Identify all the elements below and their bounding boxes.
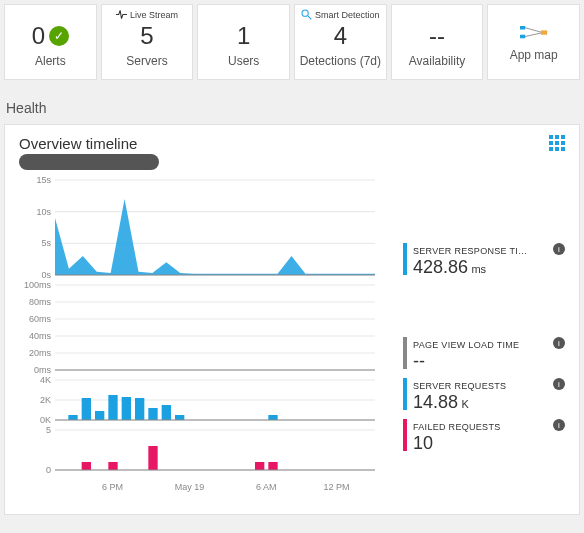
smart-top: Smart Detection: [315, 10, 380, 20]
svg-text:0: 0: [46, 465, 51, 475]
svg-rect-54: [268, 462, 277, 470]
svg-rect-51: [108, 462, 117, 470]
svg-text:6 AM: 6 AM: [256, 482, 277, 492]
redacted-subtitle: [19, 154, 159, 170]
stat-value: 428.86: [413, 257, 468, 277]
svg-rect-44: [268, 415, 277, 420]
overview-chart[interactable]: 0s5s10s15s0ms20ms40ms60ms80ms100ms0K2K4K…: [19, 176, 379, 496]
svg-text:0K: 0K: [40, 415, 51, 425]
users-value: 1: [237, 22, 250, 50]
svg-text:0s: 0s: [41, 270, 51, 280]
stat-bar: [403, 378, 407, 410]
svg-text:60ms: 60ms: [29, 314, 52, 324]
appmap-label: App map: [510, 48, 558, 62]
magnifier-icon: [301, 9, 312, 20]
stat-failed-requests[interactable]: FAILED REQUESTSi 10: [403, 419, 565, 454]
stat-label: SERVER RESPONSE TI…: [413, 246, 527, 256]
stat-bar: [403, 337, 407, 369]
svg-text:100ms: 100ms: [24, 280, 52, 290]
svg-rect-50: [82, 462, 91, 470]
svg-text:5: 5: [46, 425, 51, 435]
svg-text:May 19: May 19: [175, 482, 205, 492]
svg-text:4K: 4K: [40, 375, 51, 385]
svg-text:0ms: 0ms: [34, 365, 52, 375]
stat-label: SERVER REQUESTS: [413, 381, 506, 391]
svg-text:12 PM: 12 PM: [324, 482, 350, 492]
svg-text:5s: 5s: [41, 238, 51, 248]
info-icon[interactable]: i: [553, 337, 565, 349]
svg-point-0: [302, 10, 308, 16]
svg-rect-35: [68, 415, 77, 420]
check-icon: ✓: [49, 26, 69, 46]
svg-rect-36: [82, 398, 91, 420]
svg-rect-43: [175, 415, 184, 420]
users-label: Users: [228, 54, 259, 68]
svg-line-6: [525, 33, 541, 37]
svg-text:40ms: 40ms: [29, 331, 52, 341]
stat-response-time[interactable]: SERVER RESPONSE TI…i 428.86 ms: [403, 243, 565, 278]
svg-rect-37: [95, 411, 104, 420]
svg-rect-2: [520, 26, 525, 30]
stat-label: FAILED REQUESTS: [413, 422, 501, 432]
svg-rect-42: [162, 405, 171, 420]
stat-bar: [403, 243, 407, 275]
pulse-icon: [116, 9, 127, 20]
grid-toggle-icon[interactable]: [549, 135, 565, 151]
availability-label: Availability: [409, 54, 465, 68]
stat-bar: [403, 419, 407, 451]
appmap-icon: [520, 22, 548, 44]
overview-panel: Overview timeline 0s5s10s15s0ms20ms40ms6…: [4, 124, 580, 515]
health-title: Health: [0, 84, 584, 124]
tile-users[interactable]: 1 Users: [197, 4, 290, 80]
smart-label: Detections (7d): [300, 54, 381, 68]
livestream-top: Live Stream: [130, 10, 178, 20]
svg-text:6 PM: 6 PM: [102, 482, 123, 492]
tile-alerts[interactable]: 0 ✓ Alerts: [4, 4, 97, 80]
svg-text:2K: 2K: [40, 395, 51, 405]
tile-livestream[interactable]: Live Stream 5 Servers: [101, 4, 194, 80]
svg-rect-52: [148, 446, 157, 470]
svg-line-1: [308, 16, 311, 19]
svg-rect-4: [541, 30, 547, 34]
smart-value: 4: [334, 22, 347, 50]
panel-title: Overview timeline: [19, 135, 159, 152]
stat-value: 14.88: [413, 392, 458, 412]
alerts-value: 0: [32, 22, 45, 50]
svg-rect-40: [135, 398, 144, 420]
svg-rect-38: [108, 395, 117, 420]
alerts-label: Alerts: [35, 54, 66, 68]
info-icon[interactable]: i: [553, 378, 565, 390]
tile-availability[interactable]: -- Availability: [391, 4, 484, 80]
stat-pageview-load[interactable]: PAGE VIEW LOAD TIMEi --: [403, 337, 565, 372]
stat-value: 10: [413, 433, 433, 453]
svg-rect-39: [122, 397, 131, 420]
info-icon[interactable]: i: [553, 243, 565, 255]
info-icon[interactable]: i: [553, 419, 565, 431]
svg-rect-3: [520, 35, 525, 39]
svg-text:15s: 15s: [36, 176, 51, 185]
livestream-label: Servers: [126, 54, 167, 68]
stat-server-requests[interactable]: SERVER REQUESTSi 14.88 K: [403, 378, 565, 413]
summary-tiles: 0 ✓ Alerts Live Stream 5 Servers 1 Users…: [0, 0, 584, 84]
svg-text:10s: 10s: [36, 207, 51, 217]
stat-value: --: [413, 351, 425, 371]
livestream-value: 5: [140, 22, 153, 50]
availability-value: --: [429, 22, 445, 50]
svg-rect-41: [148, 408, 157, 420]
tile-appmap[interactable]: App map: [487, 4, 580, 80]
stat-label: PAGE VIEW LOAD TIME: [413, 340, 519, 350]
svg-text:20ms: 20ms: [29, 348, 52, 358]
svg-line-5: [525, 28, 541, 32]
tile-smartdetection[interactable]: Smart Detection 4 Detections (7d): [294, 4, 387, 80]
svg-rect-53: [255, 462, 264, 470]
svg-text:80ms: 80ms: [29, 297, 52, 307]
